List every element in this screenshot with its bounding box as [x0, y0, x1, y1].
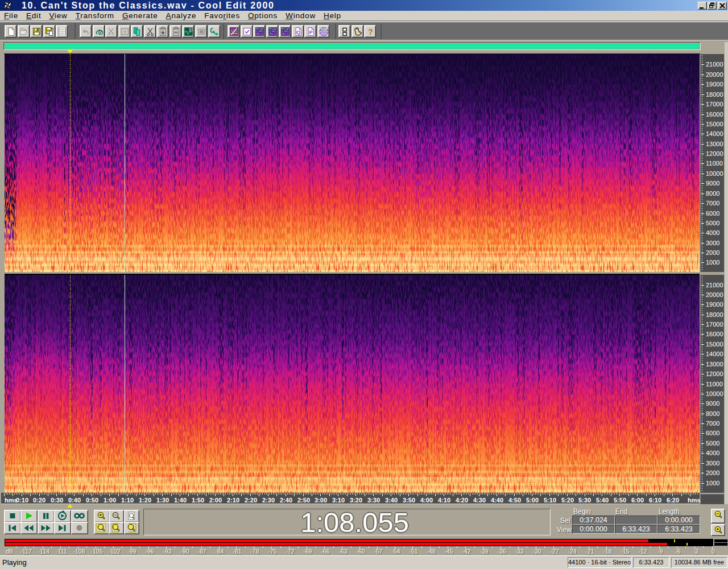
svg-text:P: P [309, 29, 313, 35]
svg-text:z: z [190, 28, 192, 31]
svg-text:?: ? [368, 27, 373, 36]
svg-text:Q: Q [296, 29, 300, 35]
